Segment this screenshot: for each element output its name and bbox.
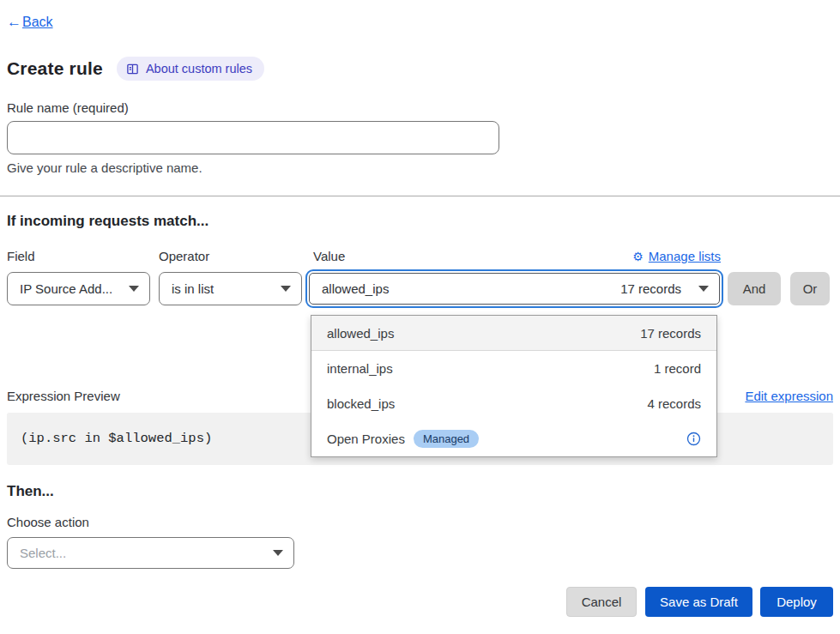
list-option-records: 17 records bbox=[640, 326, 701, 341]
value-select[interactable]: allowed_ips 17 records bbox=[305, 269, 723, 308]
operator-select[interactable]: is in list bbox=[159, 272, 302, 305]
gear-icon: ⚙ bbox=[632, 250, 644, 263]
choose-action-label: Choose action bbox=[7, 515, 89, 529]
manage-lists-link[interactable]: ⚙ Manage lists bbox=[632, 249, 721, 263]
value-select-inner: allowed_ips 17 records bbox=[309, 273, 720, 305]
chevron-down-icon bbox=[698, 286, 709, 292]
managed-badge: Managed bbox=[414, 430, 479, 448]
and-button[interactable]: And bbox=[728, 272, 781, 305]
manage-lists-label: Manage lists bbox=[649, 249, 721, 263]
chevron-down-icon bbox=[273, 550, 283, 556]
list-option-records: 4 records bbox=[647, 396, 701, 411]
title-row: Create rule About custom rules bbox=[7, 57, 264, 81]
list-option-name: blocked_ips bbox=[327, 396, 395, 411]
deploy-button[interactable]: Deploy bbox=[760, 587, 833, 617]
field-label: Field bbox=[7, 249, 35, 263]
rule-name-input[interactable] bbox=[7, 121, 499, 154]
action-select[interactable]: Select... bbox=[7, 537, 294, 569]
back-arrow-icon: ← bbox=[7, 14, 21, 30]
create-rule-page: ←Back Create rule About custom rules Rul… bbox=[0, 0, 840, 634]
info-icon[interactable] bbox=[686, 432, 701, 446]
action-select-placeholder: Select... bbox=[20, 546, 266, 560]
edit-expression-link[interactable]: Edit expression bbox=[745, 389, 833, 403]
operator-label: Operator bbox=[159, 249, 209, 263]
chevron-down-icon bbox=[129, 286, 139, 292]
list-option-name: allowed_ips bbox=[327, 326, 394, 341]
list-option-name: internal_ips bbox=[327, 361, 393, 376]
back-link-label: Back bbox=[22, 15, 53, 29]
field-select[interactable]: IP Source Add... bbox=[7, 272, 150, 305]
expression-preview-label: Expression Preview bbox=[7, 389, 120, 403]
value-select-selected-records: 17 records bbox=[620, 281, 681, 296]
operator-select-value: is in list bbox=[172, 281, 274, 296]
expression-code: (ip.src in $allowed_ips) bbox=[21, 413, 212, 465]
about-custom-rules-label: About custom rules bbox=[146, 62, 252, 75]
book-icon bbox=[126, 63, 139, 75]
list-option-internal-ips[interactable]: internal_ips 1 record bbox=[311, 351, 716, 386]
chevron-down-icon bbox=[281, 286, 291, 292]
value-label: Value bbox=[313, 249, 345, 263]
rule-name-helper-text: Give your rule a descriptive name. bbox=[7, 160, 202, 175]
cancel-button[interactable]: Cancel bbox=[566, 587, 637, 617]
field-select-value: IP Source Add... bbox=[20, 281, 122, 296]
then-section-heading: Then... bbox=[7, 483, 54, 500]
value-select-selected-name: allowed_ips bbox=[322, 281, 620, 296]
back-link[interactable]: ←Back bbox=[7, 14, 53, 31]
rule-name-label: Rule name (required) bbox=[7, 100, 129, 115]
list-option-open-proxies[interactable]: Open Proxies Managed bbox=[311, 421, 716, 456]
value-dropdown-menu: allowed_ips 17 records internal_ips 1 re… bbox=[311, 315, 717, 457]
match-section-heading: If incoming requests match... bbox=[7, 213, 208, 230]
or-button[interactable]: Or bbox=[790, 272, 830, 305]
list-option-allowed-ips[interactable]: allowed_ips 17 records bbox=[311, 316, 716, 351]
list-option-blocked-ips[interactable]: blocked_ips 4 records bbox=[311, 386, 716, 421]
list-option-records: 1 record bbox=[654, 361, 701, 376]
list-option-name: Open Proxies bbox=[327, 432, 405, 446]
section-divider bbox=[0, 196, 840, 196]
about-custom-rules-link[interactable]: About custom rules bbox=[117, 57, 264, 81]
page-title: Create rule bbox=[7, 58, 103, 79]
save-as-draft-button[interactable]: Save as Draft bbox=[645, 587, 752, 617]
